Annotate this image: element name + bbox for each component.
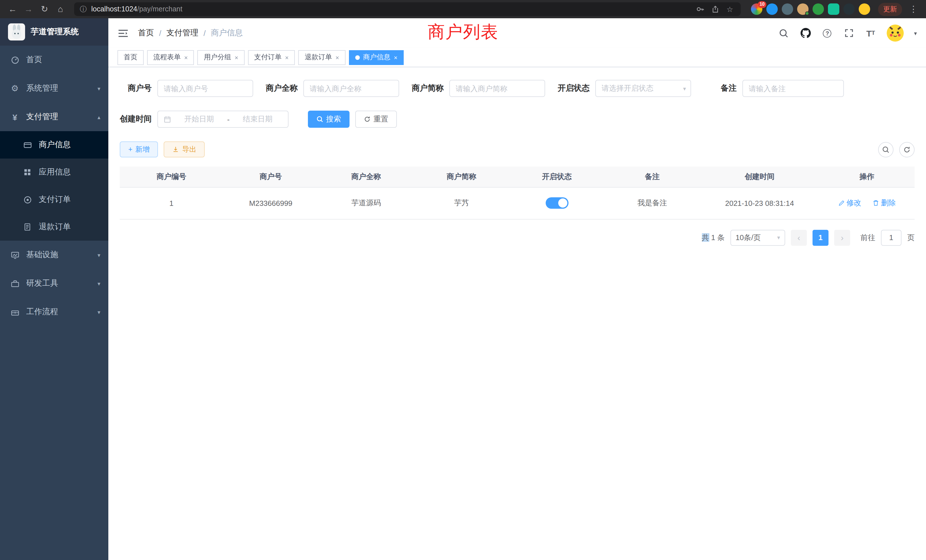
sidebar-item-label: 研发工具 [26, 278, 58, 289]
status-toggle[interactable] [545, 197, 568, 209]
merchant-no-input[interactable] [157, 80, 253, 97]
tab-label: 流程表单 [153, 53, 181, 62]
total-suffix: 条 [717, 233, 725, 242]
tab-process-form[interactable]: 流程表单× [147, 50, 194, 65]
help-icon[interactable]: ? [822, 27, 833, 39]
share-icon[interactable] [710, 4, 720, 14]
cell-actions: 修改 删除 [819, 187, 915, 219]
refresh-icon[interactable] [899, 142, 915, 157]
total-count: 1 [711, 233, 715, 242]
date-start-placeholder: 开始日期 [174, 114, 224, 124]
home-icon[interactable]: ⌂ [54, 2, 67, 16]
status-select[interactable]: 请选择开启状态 ▾ [595, 80, 691, 97]
breadcrumb-payment[interactable]: 支付管理 [166, 28, 198, 38]
site-info-icon[interactable]: ⓘ [80, 4, 87, 14]
next-page-button[interactable]: › [834, 230, 850, 245]
edit-link[interactable]: 修改 [838, 198, 861, 208]
sidebar-item-pay-order[interactable]: 支付订单 [0, 186, 108, 213]
key-icon[interactable] [695, 4, 705, 14]
field-short-name: 商户简称 [412, 80, 545, 97]
close-icon[interactable]: × [285, 54, 289, 61]
plus-icon: + [128, 145, 133, 153]
browser-menu-icon[interactable]: ⋮ [906, 2, 920, 16]
reload-icon[interactable]: ↻ [38, 2, 51, 16]
extension-green-square-icon[interactable] [828, 3, 839, 15]
back-icon[interactable]: ← [6, 2, 20, 16]
breadcrumb-home[interactable]: 首页 [138, 28, 154, 38]
online-dot [805, 11, 809, 15]
sidebar-item-app-info[interactable]: 应用信息 [0, 159, 108, 186]
extension-blue-drop-icon[interactable] [766, 3, 778, 15]
add-button[interactable]: + 新增 [120, 141, 158, 157]
sidebar-item-refund-order[interactable]: 退款订单 [0, 213, 108, 241]
sidebar-item-label: 工作流程 [26, 307, 58, 317]
app-title: 芋道管理系统 [31, 27, 79, 37]
sidebar-item-dev-tools[interactable]: 研发工具 ▾ [0, 269, 108, 298]
target-circle-icon [23, 195, 32, 204]
tabs-bar: 首页 流程表单× 用户分组× 支付订单× 退款订单× 商户信息× [108, 48, 926, 67]
delete-link[interactable]: 删除 [872, 198, 896, 208]
active-dot [355, 55, 360, 60]
field-create-time: 创建时间 开始日期 - 结束日期 [120, 110, 289, 128]
goto-page-input[interactable] [881, 230, 902, 245]
navbar-actions: ? TT ▾ [778, 24, 917, 42]
sidebar-item-workflow[interactable]: 工作流程 ▾ [0, 298, 108, 326]
date-range-picker[interactable]: 开始日期 - 结束日期 [157, 110, 289, 128]
short-name-input[interactable] [449, 80, 545, 97]
sidebar-item-home[interactable]: 首页 [0, 45, 108, 74]
tab-pay-order[interactable]: 支付订单× [248, 50, 295, 65]
tab-refund-order[interactable]: 退款订单× [298, 50, 345, 65]
avatar-caret-icon[interactable]: ▾ [914, 30, 917, 36]
reset-button[interactable]: 重置 [355, 110, 397, 128]
tab-home[interactable]: 首页 [118, 50, 144, 65]
close-icon[interactable]: × [235, 54, 238, 61]
tab-merchant-info[interactable]: 商户信息× [349, 50, 404, 65]
extension-yellow-icon[interactable] [859, 3, 870, 15]
bookmark-star-icon[interactable]: ☆ [725, 4, 735, 14]
address-bar[interactable]: ⓘ localhost:1024/pay/merchant ☆ [74, 2, 741, 16]
close-icon[interactable]: × [394, 54, 398, 61]
avatar[interactable] [887, 24, 904, 42]
breadcrumb-current: 商户信息 [211, 28, 243, 38]
search-button[interactable]: 搜索 [308, 110, 350, 128]
top-navbar: 首页 / 支付管理 / 商户信息 ? [108, 18, 926, 48]
extension-gray-icon[interactable] [782, 3, 793, 15]
forward-icon[interactable]: → [22, 2, 35, 16]
prev-page-button[interactable]: ‹ [791, 230, 807, 245]
merchant-table: 商户编号 商户号 商户全称 商户简称 开启状态 备注 创建时间 操作 1 [120, 166, 915, 219]
chevron-up-icon: ▴ [97, 114, 100, 120]
sidebar-item-infra[interactable]: 基础设施 ▾ [0, 241, 108, 269]
add-button-label: 新增 [135, 145, 150, 154]
tab-user-group[interactable]: 用户分组× [198, 50, 245, 65]
total-prefix: 共 [702, 233, 709, 242]
hamburger-icon[interactable] [118, 27, 129, 39]
table-header-row: 商户编号 商户号 商户全称 商户简称 开启状态 备注 创建时间 操作 [120, 166, 915, 187]
sidebar-item-system[interactable]: ⚙ 系统管理 ▾ [0, 74, 108, 103]
github-icon[interactable] [800, 27, 811, 39]
full-name-input[interactable] [303, 80, 399, 97]
fullscreen-icon[interactable] [843, 27, 855, 39]
browser-toolbar: ← → ↻ ⌂ ⓘ localhost:1024/pay/merchant ☆ … [0, 0, 926, 18]
table-row: 1 M233666999 芋道源码 芋艿 我是备注 2021-10-23 08:… [120, 187, 915, 219]
toggle-search-icon[interactable] [878, 142, 894, 157]
extension-colorful-icon[interactable]: 10 [751, 3, 763, 15]
sidebar-item-label: 商户信息 [39, 140, 71, 150]
page-1-button[interactable]: 1 [813, 230, 829, 245]
remark-input[interactable] [742, 80, 844, 97]
font-size-icon[interactable]: TT [865, 27, 876, 39]
page-size-select[interactable]: 10条/页 ▾ [731, 230, 785, 245]
export-button[interactable]: 导出 [164, 141, 205, 157]
extension-paw-icon[interactable] [843, 3, 855, 15]
extension-green-circle-icon[interactable] [813, 3, 824, 15]
url-path: /pay/merchant [137, 5, 182, 13]
close-icon[interactable]: × [336, 54, 339, 61]
sidebar-item-payment[interactable]: ¥ 支付管理 ▴ [0, 103, 108, 131]
extension-avatar-icon[interactable] [797, 3, 808, 15]
update-button[interactable]: 更新 [878, 3, 902, 16]
search-icon[interactable] [778, 27, 790, 39]
close-icon[interactable]: × [184, 54, 188, 61]
col-actions: 操作 [819, 166, 915, 187]
sidebar-item-merchant-info[interactable]: 商户信息 [0, 131, 108, 159]
tab-label: 支付订单 [254, 53, 282, 62]
extensions-row: 10 [751, 3, 870, 15]
